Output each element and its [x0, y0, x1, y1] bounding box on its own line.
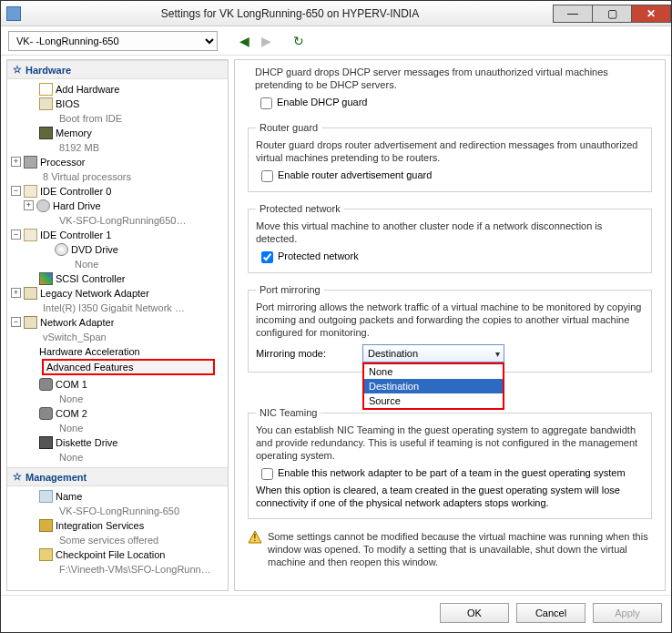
mirror-mode-dropdown[interactable]: Destination — [362, 344, 504, 362]
com1-item[interactable]: COM 1 — [7, 376, 228, 391]
ide-icon — [24, 229, 37, 241]
router-guard-group: Router guard Router guard drops router a… — [248, 122, 652, 192]
protected-description: Move this virtual machine to another clu… — [256, 220, 644, 245]
mirror-mode-label: Mirroring mode: — [256, 348, 326, 359]
com1-sub: None — [56, 393, 83, 404]
minimize-button[interactable]: — — [553, 5, 593, 23]
processor-sub: 8 Virtual processors — [39, 171, 131, 182]
scsi-icon — [39, 272, 53, 285]
router-description: Router guard drops router advertisement … — [256, 138, 644, 164]
integration-services-item[interactable]: Integration Services — [7, 517, 228, 532]
name-item[interactable]: Name — [7, 488, 228, 503]
protected-checkbox[interactable] — [261, 251, 273, 263]
management-category[interactable]: ☆Management — [7, 467, 228, 486]
expand-icon[interactable]: + — [11, 157, 21, 167]
window-title: Settings for VK LongRunning-650 on HYPER… — [26, 7, 554, 20]
hardware-category[interactable]: ☆Hardware — [7, 60, 228, 79]
processor-icon — [24, 156, 37, 168]
dhcp-checkbox[interactable] — [260, 97, 272, 109]
expand-icon[interactable]: + — [11, 288, 21, 298]
warning-text: Some settings cannot be modified because… — [268, 530, 652, 568]
mirror-option-destination[interactable]: Destination — [364, 379, 503, 393]
hard-drive-icon — [36, 199, 50, 212]
legacy-net-item[interactable]: +Legacy Network Adapter — [7, 285, 228, 300]
collapse-icon[interactable]: − — [11, 317, 21, 327]
port-mirroring-group: Port mirroring Port mirroring allows the… — [248, 284, 652, 373]
memory-icon — [39, 127, 53, 139]
nav-back-icon[interactable]: ◀ — [236, 33, 252, 49]
processor-item[interactable]: +Processor — [7, 154, 228, 168]
protected-network-group: Protected network Move this virtual mach… — [248, 203, 652, 273]
collapse-icon[interactable]: − — [11, 186, 21, 196]
hard-drive-item[interactable]: +Hard Drive — [7, 198, 228, 212]
router-checkbox[interactable] — [261, 170, 273, 182]
close-button[interactable]: ✕ — [631, 5, 671, 23]
dvd-icon — [55, 243, 68, 256]
refresh-icon[interactable]: ↻ — [290, 33, 307, 49]
com2-sub: None — [56, 423, 83, 434]
nic-description: You can establish NIC Teaming in the gue… — [256, 424, 644, 462]
title-bar: Settings for VK LongRunning-650 on HYPER… — [1, 1, 671, 26]
nic-label: Enable this network adapter to be part o… — [278, 467, 626, 478]
protected-network-legend: Protected network — [256, 203, 344, 214]
ok-button[interactable]: OK — [440, 603, 509, 623]
nav-forward-icon: ▶ — [258, 33, 274, 49]
nic-note: When this option is cleared, a team crea… — [256, 484, 644, 509]
checkpoint-location-item[interactable]: Checkpoint File Location — [7, 546, 228, 561]
hardware-acceleration-item[interactable]: Hardware Acceleration — [7, 343, 228, 358]
name-sub: VK-SFO-LongRunning-650 — [56, 505, 179, 516]
checkpoint-icon — [39, 548, 53, 561]
mirror-mode-list: None Destination Source — [362, 362, 504, 410]
network-adapter-item[interactable]: −Network Adapter — [7, 314, 228, 329]
com2-item[interactable]: COM 2 — [7, 405, 228, 420]
network-adapter-sub: vSwitch_Span — [39, 332, 107, 342]
mirror-option-none[interactable]: None — [364, 364, 503, 379]
memory-item[interactable]: Memory — [7, 125, 228, 139]
checkpoint-location-sub: F:\Vineeth-VMs\SFO-LongRunn… — [56, 564, 211, 575]
button-bar: OK Cancel Apply — [1, 595, 671, 630]
app-icon — [6, 6, 21, 21]
warning-row: ! Some settings cannot be modified becau… — [248, 530, 652, 574]
memory-sub: 8192 MB — [56, 142, 99, 153]
svg-text:!: ! — [254, 533, 257, 543]
ide-icon — [24, 185, 37, 198]
settings-tree[interactable]: ☆Hardware Add Hardware BIOS Boot from ID… — [7, 60, 228, 590]
diskette-sub: None — [56, 452, 83, 463]
expand-icon[interactable]: + — [24, 200, 34, 210]
port-mirroring-legend: Port mirroring — [256, 284, 324, 295]
protected-label: Protected network — [278, 250, 359, 261]
router-label: Enable router advertisement guard — [278, 169, 432, 180]
dvd-sub: None — [71, 259, 98, 270]
name-icon — [39, 490, 53, 503]
mirror-option-source[interactable]: Source — [364, 393, 503, 408]
apply-button: Apply — [593, 603, 662, 623]
dhcp-description: DHCP guard drops DHCP server messages fr… — [255, 66, 652, 91]
integration-services-sub: Some services offered — [56, 535, 158, 546]
dvd-drive-item[interactable]: DVD Drive — [7, 241, 228, 256]
diskette-item[interactable]: Diskette Drive — [7, 434, 228, 449]
advanced-features-item[interactable]: Advanced Features — [42, 359, 215, 375]
bios-icon — [39, 97, 53, 110]
dhcp-label: Enable DHCP guard — [277, 97, 367, 107]
warning-icon: ! — [248, 530, 262, 545]
ide1-item[interactable]: −IDE Controller 1 — [7, 227, 228, 241]
router-guard-legend: Router guard — [256, 122, 321, 133]
cancel-button[interactable]: Cancel — [516, 603, 585, 623]
services-icon — [39, 519, 53, 532]
vm-selector[interactable]: VK- -LongRunning-650 — [8, 31, 218, 51]
hard-drive-sub: VK-SFO-LongRunning650… — [56, 215, 186, 226]
nic-teaming-legend: NIC Teaming — [256, 407, 321, 418]
diskette-icon — [39, 436, 53, 449]
network-icon — [24, 287, 37, 300]
bios-item[interactable]: BIOS — [7, 96, 228, 110]
nic-teaming-group: NIC Teaming You can establish NIC Teamin… — [248, 407, 652, 519]
maximize-button[interactable]: ▢ — [592, 5, 632, 23]
toolbar: VK- -LongRunning-650 ◀ ▶ ↻ — [1, 26, 671, 56]
collapse-icon[interactable]: − — [11, 230, 21, 240]
network-icon — [24, 316, 37, 329]
scsi-item[interactable]: SCSI Controller — [7, 271, 228, 285]
ide0-item[interactable]: −IDE Controller 0 — [7, 183, 228, 198]
nic-checkbox[interactable] — [261, 468, 273, 480]
add-hardware-item[interactable]: Add Hardware — [7, 81, 228, 96]
com-port-icon — [39, 378, 53, 391]
